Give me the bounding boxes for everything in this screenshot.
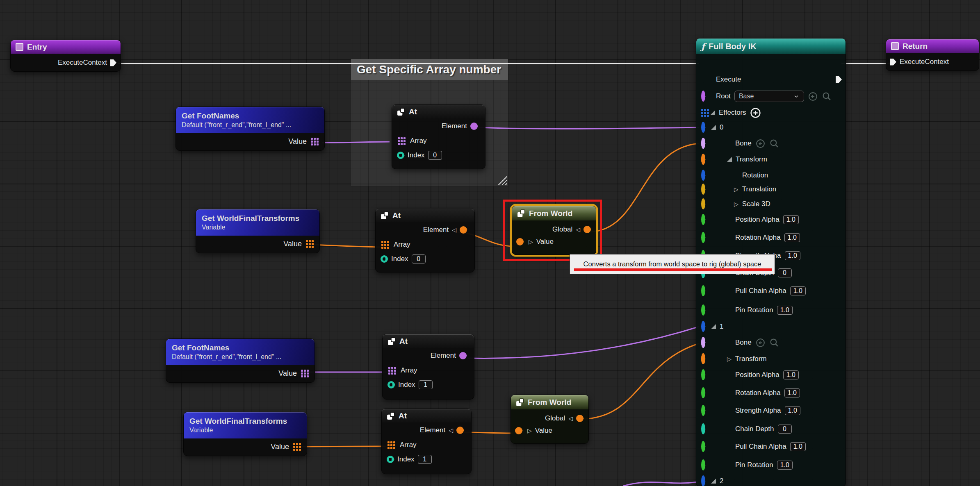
root-pin[interactable] [701, 91, 705, 102]
root-bone-dropdown[interactable]: Base [734, 91, 804, 102]
index-value-input[interactable]: 0 [428, 151, 442, 160]
pull-chain-alpha-pin[interactable] [701, 441, 705, 452]
pin-value-input[interactable]: 0 [778, 268, 792, 277]
collapse-open-icon[interactable] [727, 157, 732, 162]
pin-value-input[interactable]: 1.0 [790, 442, 806, 451]
chain-depth-pin[interactable] [701, 423, 705, 434]
search-icon[interactable] [822, 91, 832, 102]
pin-value-input[interactable]: 1.0 [785, 406, 800, 415]
value-input-pin[interactable] [515, 427, 522, 434]
rotation-pin[interactable] [701, 170, 705, 181]
value-label: Value [535, 427, 552, 435]
fbik-row-translation: ▷Translation [696, 181, 846, 198]
index-value-input[interactable]: 1 [418, 455, 432, 464]
reset-icon[interactable] [755, 139, 766, 149]
collapse-open-icon[interactable] [710, 110, 715, 115]
reset-icon[interactable] [755, 338, 766, 348]
expand-left-icon[interactable]: ◁ [568, 416, 573, 421]
element-output-pin[interactable] [460, 226, 467, 234]
pin-rotation-pin[interactable] [701, 459, 705, 470]
pin-value-input[interactable]: 1.0 [783, 370, 799, 379]
fbik-row-pin-rotation: Pin Rotation1.0 [696, 457, 846, 473]
index-input-pin[interactable] [387, 456, 394, 463]
return-node[interactable]: Return ExecuteContext [886, 39, 979, 71]
get-footnames-node-1[interactable]: Get FootNames Default ("front_r_end","fr… [175, 107, 325, 151]
array-input-pin[interactable] [398, 137, 406, 145]
global-output-pin[interactable] [576, 415, 583, 422]
exec-input-pin[interactable] [890, 59, 896, 66]
get-footnames-node-2[interactable]: Get FootNames Default ("front_r_end","fr… [166, 338, 315, 383]
collapse-open-icon[interactable] [711, 324, 716, 329]
bone-pin[interactable] [701, 138, 705, 149]
position-alpha-pin[interactable] [701, 214, 705, 225]
pin-value-input[interactable]: 1.0 [784, 388, 800, 397]
pull-chain-alpha-pin[interactable] [701, 285, 705, 296]
tooltip: Converts a transform from world space to… [570, 254, 775, 274]
get-worldfinaltransforms-node-1[interactable]: Get WorldFinalTransforms Variable Value [196, 209, 320, 253]
array-input-pin[interactable] [387, 441, 395, 449]
element-output-pin[interactable] [459, 352, 467, 359]
collapse-open-icon[interactable] [711, 125, 716, 130]
scale-3d-pin[interactable] [701, 198, 705, 209]
array-icon [387, 412, 395, 420]
node-title: Get FootNames [182, 111, 319, 120]
index-value-input[interactable]: 0 [412, 254, 426, 263]
reset-icon[interactable] [808, 91, 818, 102]
expand-right-icon[interactable]: ▷ [527, 428, 532, 434]
pin-rotation-pin[interactable] [701, 304, 705, 316]
at-node-2[interactable]: At Element ◁ Array Index 0 [375, 208, 475, 273]
name-array-output-pin[interactable] [311, 138, 319, 145]
translation-pin[interactable] [701, 184, 705, 195]
expand-left-icon[interactable]: ◁ [452, 227, 456, 233]
at-node-4[interactable]: At Element ◁ Array Index 1 [381, 409, 472, 474]
comment-title[interactable]: Get Specific Array number [351, 59, 508, 80]
pin-value-input[interactable]: 0 [778, 425, 792, 434]
index-input-pin[interactable] [387, 381, 395, 388]
exec-output-pin[interactable] [110, 59, 116, 66]
pin-value-input[interactable]: 1.0 [785, 251, 800, 260]
collapse-open-icon[interactable] [711, 479, 716, 484]
plus-icon[interactable] [750, 107, 761, 118]
pin-label: Strength Alpha [735, 407, 781, 415]
at-node-3[interactable]: At Element Array Index 1 [382, 334, 474, 400]
index-value-input[interactable]: 1 [419, 380, 433, 389]
array-input-pin[interactable] [381, 241, 389, 249]
0-pin[interactable] [701, 122, 705, 133]
element-output-pin[interactable] [456, 427, 464, 434]
rotation-alpha-pin[interactable] [701, 387, 705, 398]
2-pin[interactable] [701, 475, 705, 486]
expand-left-icon[interactable]: ◁ [449, 427, 453, 433]
pin-value-input[interactable]: 1.0 [783, 215, 799, 224]
transform-pin[interactable] [701, 353, 705, 364]
collapse-closed-icon[interactable]: ▷ [734, 186, 738, 192]
name-array-output-pin[interactable] [301, 370, 309, 377]
effectors-array-pin[interactable] [701, 109, 709, 117]
element-output-pin[interactable] [470, 123, 478, 130]
pin-value-input[interactable]: 1.0 [777, 461, 793, 470]
transform-array-output-pin[interactable] [306, 240, 314, 248]
index-input-pin[interactable] [397, 152, 404, 159]
search-icon[interactable] [769, 338, 779, 348]
1-pin[interactable] [701, 321, 705, 332]
array-input-pin[interactable] [388, 367, 396, 375]
fbik-row-rotation-alpha: Rotation Alpha1.0 [696, 229, 846, 246]
pin-value-input[interactable]: 1.0 [784, 233, 800, 242]
transform-array-output-pin[interactable] [293, 443, 301, 451]
index-input-pin[interactable] [381, 255, 388, 263]
strength-alpha-pin[interactable] [701, 405, 705, 416]
bone-pin[interactable] [701, 337, 705, 348]
from-world-node-2[interactable]: From World Global ◁ ▷ Value [511, 395, 589, 444]
pin-value-input[interactable]: 1.0 [777, 306, 793, 315]
position-alpha-pin[interactable] [701, 369, 705, 380]
transform-pin[interactable] [701, 154, 705, 165]
entry-node[interactable]: Entry ExecuteContext [10, 40, 121, 72]
comment-resize-handle[interactable] [498, 176, 507, 185]
search-icon[interactable] [769, 139, 779, 149]
blueprint-graph-canvas[interactable]: { "colors":{ "exec_wire":"#e8e8e8","name… [0, 0, 980, 486]
at-node-1[interactable]: At Element Array Index 0 [392, 104, 485, 169]
get-worldfinaltransforms-node-2[interactable]: Get WorldFinalTransforms Variable Value [183, 412, 307, 456]
collapse-closed-icon[interactable]: ▷ [727, 356, 732, 362]
collapse-closed-icon[interactable]: ▷ [734, 201, 738, 207]
pin-value-input[interactable]: 1.0 [790, 286, 806, 295]
rotation-alpha-pin[interactable] [701, 232, 705, 243]
